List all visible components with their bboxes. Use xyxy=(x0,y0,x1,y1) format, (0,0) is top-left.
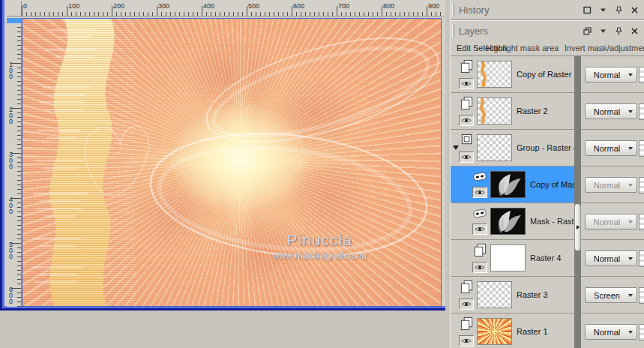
layer-row-group-raster-4[interactable]: Group - Raster 4 Normal xyxy=(451,130,644,166)
ruler-tick-label: 300 xyxy=(9,152,15,170)
opacity-control-clipped[interactable] xyxy=(639,67,644,83)
layer-row-raster-2[interactable]: Raster 2 Normal xyxy=(451,93,644,130)
layer-name: Raster 4 xyxy=(530,254,562,262)
layers-panel-header[interactable]: Layers xyxy=(451,21,644,40)
visibility-eye-toggle[interactable] xyxy=(472,187,487,198)
visibility-eye-toggle[interactable] xyxy=(459,78,474,89)
opacity-control-clipped[interactable] xyxy=(639,140,644,157)
visibility-eye-toggle[interactable] xyxy=(459,298,474,310)
layers-toolbar: Edit Selection Highlight mask area Inver… xyxy=(451,40,644,56)
close-icon[interactable] xyxy=(630,26,639,35)
ruler-tick-label: 500 xyxy=(248,2,259,10)
chevron-down-icon xyxy=(628,257,633,260)
layer-name: Raster 1 xyxy=(517,327,548,336)
layer-thumbnail[interactable] xyxy=(477,281,512,308)
raster-layer-icon xyxy=(460,59,474,76)
layer-row-copy-of-mask-raster-4[interactable]: Copy of Mask - Raster 4 Normal xyxy=(451,166,644,203)
blend-mode-dropdown[interactable]: Normal xyxy=(585,140,637,156)
pin-icon[interactable] xyxy=(614,5,623,14)
image-window: 0 100 200 300 400 500 600 700 800 900 10… xyxy=(0,0,445,310)
group-expand-triangle[interactable] xyxy=(453,146,459,150)
layer-name: Group - Raster 4 xyxy=(517,143,574,152)
visibility-eye-toggle[interactable] xyxy=(459,152,474,163)
splitter-grip-handle[interactable] xyxy=(574,203,581,251)
chevron-down-icon xyxy=(628,147,633,150)
opacity-control-clipped[interactable] xyxy=(639,177,644,194)
layer-row-raster-3[interactable]: Raster 3 Screen xyxy=(451,277,644,314)
watermark-title: Pinuccia xyxy=(272,231,367,249)
blend-mode-dropdown[interactable]: Normal xyxy=(585,324,637,340)
docked-panels: History Layers xyxy=(450,0,644,348)
ruler-tick-label: 500 xyxy=(9,242,15,260)
highlight-mask-area-button[interactable]: Highlight mask area xyxy=(486,44,559,52)
layer-row-mask-raster-4[interactable]: Mask - Raster 4 Normal xyxy=(451,203,644,240)
visibility-eye-toggle[interactable] xyxy=(459,335,474,346)
ruler-tick-label: 600 xyxy=(9,286,15,304)
ruler-tick-label: 100 xyxy=(9,62,15,80)
layer-thumbnail[interactable] xyxy=(477,98,512,124)
panel-grip[interactable] xyxy=(452,3,454,16)
ruler-tick-label: 100 xyxy=(68,2,79,10)
opacity-control-clipped[interactable] xyxy=(639,324,644,340)
close-icon[interactable] xyxy=(630,5,639,14)
history-panel-header[interactable]: History xyxy=(451,0,644,20)
layer-row-copy-of-raster-2[interactable]: Copy of Raster 2 Normal xyxy=(451,56,644,93)
ruler-tick-label: 400 xyxy=(203,2,214,10)
pin-icon[interactable] xyxy=(614,26,623,35)
blend-mode-dropdown: Normal xyxy=(585,177,637,193)
image-canvas[interactable]: Pinuccia www.maidiregrafica.eu xyxy=(22,18,442,307)
blend-mode-dropdown: Normal xyxy=(585,214,637,230)
mask-layer-icon xyxy=(472,171,487,185)
chevron-down-icon xyxy=(628,220,633,224)
column-splitter[interactable] xyxy=(574,56,581,348)
blend-mode-dropdown[interactable]: Normal xyxy=(585,67,637,82)
watermark-url: www.maidiregrafica.eu xyxy=(272,250,367,261)
layer-thumbnail[interactable] xyxy=(477,61,512,88)
layers-panel-title: Layers xyxy=(459,26,488,37)
panel-menu-chevron-icon[interactable] xyxy=(598,5,607,14)
visibility-eye-toggle[interactable] xyxy=(472,224,487,235)
app-workspace: 0 100 200 300 400 500 600 700 800 900 10… xyxy=(0,0,644,348)
blend-mode-dropdown[interactable]: Normal xyxy=(585,250,637,266)
chevron-down-icon xyxy=(628,294,633,297)
ruler-tick-label: 300 xyxy=(158,2,169,10)
artwork-watermark: Pinuccia www.maidiregrafica.eu xyxy=(272,231,367,261)
artwork-decoration xyxy=(22,19,441,306)
chevron-down-icon xyxy=(628,184,633,187)
layer-name: Copy of Mask - Raster 4 xyxy=(530,180,574,189)
ruler-tick-label: 900 xyxy=(428,2,439,10)
layer-name: Raster 3 xyxy=(517,290,548,299)
chevron-down-icon xyxy=(628,110,633,113)
layer-thumbnail[interactable] xyxy=(477,134,512,161)
group-layer-icon xyxy=(460,133,474,150)
raster-layer-icon xyxy=(460,280,474,297)
mask-thumbnail[interactable] xyxy=(490,208,526,235)
layer-name: Mask - Raster 4 xyxy=(530,217,574,226)
white-swirl-arcs xyxy=(85,19,441,269)
layer-thumbnail[interactable] xyxy=(477,318,512,345)
invert-mask-button[interactable]: Invert mask/adjustment xyxy=(565,44,644,52)
panel-menu-chevron-icon[interactable] xyxy=(598,26,607,35)
chevron-down-icon xyxy=(628,331,633,334)
layer-row-raster-1[interactable]: Raster 1 Normal xyxy=(451,314,644,348)
mask-thumbnail[interactable] xyxy=(490,171,526,198)
panel-grip[interactable] xyxy=(452,24,454,38)
opacity-control-clipped[interactable] xyxy=(639,104,644,120)
layer-list: Copy of Raster 2 Normal xyxy=(451,56,644,348)
raster-layer-icon xyxy=(473,243,487,260)
opacity-control-clipped[interactable] xyxy=(639,250,644,267)
history-panel-title: History xyxy=(459,4,489,16)
ruler-position-marker xyxy=(7,18,21,23)
opacity-control-clipped[interactable] xyxy=(639,287,644,304)
cascade-panel-icon[interactable] xyxy=(583,26,592,35)
ruler-tick-label: 800 xyxy=(383,2,394,10)
blend-mode-dropdown[interactable]: Normal xyxy=(585,104,637,119)
visibility-eye-toggle[interactable] xyxy=(472,262,487,273)
layer-row-raster-4[interactable]: Raster 4 Normal xyxy=(451,240,644,277)
layer-thumbnail[interactable] xyxy=(490,244,526,272)
ruler-horizontal: 0 100 200 300 400 500 600 700 800 900 xyxy=(22,2,444,16)
blend-mode-dropdown[interactable]: Screen xyxy=(585,287,637,303)
opacity-control-clipped[interactable] xyxy=(639,214,644,230)
visibility-eye-toggle[interactable] xyxy=(459,115,474,126)
float-panel-icon[interactable] xyxy=(583,5,592,14)
